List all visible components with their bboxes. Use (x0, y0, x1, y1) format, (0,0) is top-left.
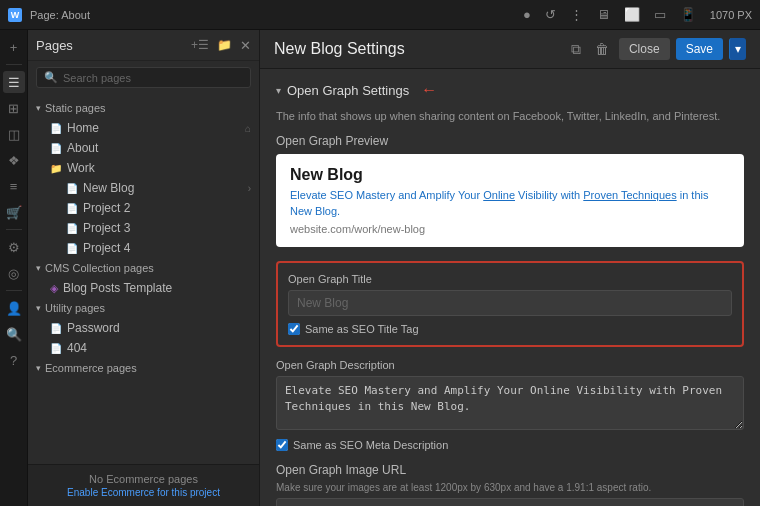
search-icon: 🔍 (44, 71, 58, 84)
page-label: Page: About (30, 9, 90, 21)
components-icon[interactable]: ❖ (3, 149, 25, 171)
og-title-label: Open Graph Title (288, 273, 732, 285)
og-desc-checkbox-row: Same as SEO Meta Description (276, 439, 744, 451)
og-preview-url: website.com/work/new-blog (290, 223, 730, 235)
tablet-small-icon[interactable]: ▭ (650, 5, 670, 24)
og-title-group: Open Graph Title Same as SEO Title Tag (276, 261, 744, 347)
page-icon-404: 📄 (50, 343, 62, 354)
og-toggle-chevron-icon: ▾ (276, 85, 281, 96)
page-blog-posts-template[interactable]: ◈ Blog Posts Template (28, 278, 259, 298)
page-label-password: Password (67, 321, 251, 335)
seo-icon[interactable]: ◎ (3, 262, 25, 284)
page-new-blog[interactable]: 📄 New Blog › (28, 178, 259, 198)
utility-chevron-icon: ▾ (36, 303, 41, 313)
add-page-icon[interactable]: +☰ (189, 36, 211, 54)
top-bar: W Page: About ● ↺ ⋮ 🖥 ⬜ ▭ 📱 1070 PX (0, 0, 760, 30)
page-404[interactable]: 📄 404 (28, 338, 259, 358)
more-icon[interactable]: ⋮ (566, 5, 587, 24)
webflow-logo: W (8, 8, 22, 22)
zoom-icon[interactable]: 🔍 (3, 323, 25, 345)
save-button[interactable]: Save (676, 38, 723, 60)
settings-icon[interactable]: ⚙ (3, 236, 25, 258)
red-arrow-icon: ← (421, 81, 437, 99)
page-icon-work: 📁 (50, 163, 62, 174)
content-header: New Blog Settings ⧉ 🗑 Close Save ▾ (260, 30, 760, 69)
og-settings-toggle[interactable]: ▾ Open Graph Settings ← (276, 81, 744, 99)
og-desc-checkbox-label: Same as SEO Meta Description (293, 439, 448, 451)
chevron-right-icon: › (248, 183, 251, 194)
close-button[interactable]: Close (619, 38, 670, 60)
og-preview-label: Open Graph Preview (276, 134, 744, 148)
trash-icon[interactable]: 🗑 (591, 39, 613, 59)
og-preview-title: New Blog (290, 166, 730, 184)
pages-header-icons: +☰ 📁 (189, 36, 234, 54)
home-icon: ⌂ (245, 123, 251, 134)
desktop-icon[interactable]: 🖥 (593, 5, 614, 24)
refresh-icon[interactable]: ↺ (541, 5, 560, 24)
search-box[interactable]: 🔍 (36, 67, 251, 88)
circle-icon[interactable]: ● (519, 5, 535, 24)
help-icon[interactable]: ? (3, 349, 25, 371)
content-title: New Blog Settings (274, 40, 559, 58)
ecommerce-pages-section[interactable]: ▾ Ecommerce pages (28, 358, 259, 378)
add-icon[interactable]: + (3, 36, 25, 58)
pages-panel-title: Pages (36, 38, 185, 53)
page-icon-password: 📄 (50, 323, 62, 334)
utility-pages-label: Utility pages (45, 302, 105, 314)
icon-bar: + ☰ ⊞ ◫ ❖ ≡ 🛒 ⚙ ◎ 👤 🔍 ? (0, 30, 28, 506)
layers-icon[interactable]: ⊞ (3, 97, 25, 119)
content-header-icons: ⧉ 🗑 Close Save ▾ (567, 38, 746, 60)
page-label-work: Work (67, 161, 251, 175)
static-chevron-icon: ▾ (36, 103, 41, 113)
cms-chevron-icon: ▾ (36, 263, 41, 273)
og-desc-text2: Visibility with (515, 189, 583, 201)
page-label-about: About (67, 141, 251, 155)
save-dropdown-button[interactable]: ▾ (729, 38, 746, 60)
top-bar-icons: ● ↺ ⋮ 🖥 ⬜ ▭ 📱 1070 PX (519, 5, 752, 24)
og-image-input[interactable] (276, 498, 744, 506)
search-input[interactable] (63, 72, 243, 84)
og-image-sublabel: Make sure your images are at least 1200p… (276, 482, 744, 493)
page-work[interactable]: 📁 Work (28, 158, 259, 178)
page-label-new-blog: New Blog (83, 181, 248, 195)
og-title-checkbox[interactable] (288, 323, 300, 335)
add-folder-icon[interactable]: 📁 (215, 36, 234, 54)
cms-pages-section[interactable]: ▾ CMS Collection pages (28, 258, 259, 278)
close-pages-panel[interactable]: ✕ (240, 38, 251, 53)
copy-icon[interactable]: ⧉ (567, 39, 585, 60)
tablet-icon[interactable]: ⬜ (620, 5, 644, 24)
assets-icon[interactable]: ◫ (3, 123, 25, 145)
page-icon-project4: 📄 (66, 243, 78, 254)
page-label-project3: Project 3 (83, 221, 251, 235)
og-desc-checkbox[interactable] (276, 439, 288, 451)
page-home[interactable]: 📄 Home ⌂ (28, 118, 259, 138)
og-title-checkbox-label: Same as SEO Title Tag (305, 323, 419, 335)
og-desc-underline2: Proven Techniques (583, 189, 676, 201)
page-label-project2: Project 2 (83, 201, 251, 215)
page-tree: ▾ Static pages 📄 Home ⌂ 📄 About 📁 Work 📄… (28, 94, 259, 464)
no-ecommerce-title: No Ecommerce pages (36, 473, 251, 485)
og-description-textarea[interactable]: Elevate SEO Mastery and Amplify Your Onl… (276, 376, 744, 430)
page-project3[interactable]: 📄 Project 3 (28, 218, 259, 238)
og-settings-label: Open Graph Settings (287, 83, 409, 98)
page-label-404: 404 (67, 341, 251, 355)
ecommerce-icon[interactable]: 🛒 (3, 201, 25, 223)
mobile-icon[interactable]: 📱 (676, 5, 700, 24)
static-pages-section[interactable]: ▾ Static pages (28, 98, 259, 118)
page-icon-about: 📄 (50, 143, 62, 154)
static-pages-label: Static pages (45, 102, 106, 114)
og-preview-description: Elevate SEO Mastery and Amplify Your Onl… (290, 188, 730, 219)
pages-icon[interactable]: ☰ (3, 71, 25, 93)
page-project2[interactable]: 📄 Project 2 (28, 198, 259, 218)
page-icon-home: 📄 (50, 123, 62, 134)
page-project4[interactable]: 📄 Project 4 (28, 238, 259, 258)
utility-pages-section[interactable]: ▾ Utility pages (28, 298, 259, 318)
enable-ecommerce-link[interactable]: Enable Ecommerce for this project (36, 487, 251, 498)
cms-icon[interactable]: ≡ (3, 175, 25, 197)
page-password[interactable]: 📄 Password (28, 318, 259, 338)
users-icon[interactable]: 👤 (3, 297, 25, 319)
og-title-input[interactable] (288, 290, 732, 316)
separator (6, 64, 22, 65)
page-about[interactable]: 📄 About (28, 138, 259, 158)
pages-panel: Pages +☰ 📁 ✕ 🔍 ▾ Static pages 📄 Home ⌂ (28, 30, 260, 506)
